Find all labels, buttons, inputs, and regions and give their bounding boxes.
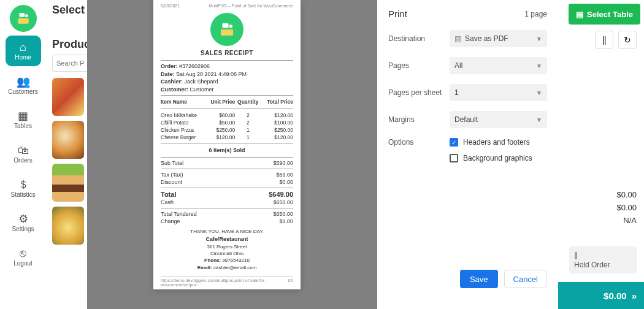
- col-qty: Quantity: [235, 97, 261, 106]
- select-table-label: Select Table: [587, 10, 633, 19]
- table-row: Oreo Milkshake$60.002$120.00: [161, 112, 293, 119]
- save-button[interactable]: Save: [460, 270, 498, 288]
- hold-order-button[interactable]: ‖ Hold Order: [569, 246, 637, 273]
- svg-rect-1: [19, 13, 25, 17]
- svg-rect-0: [18, 18, 28, 24]
- label-pages: Pages: [388, 61, 450, 70]
- pause-button[interactable]: ‖: [595, 31, 613, 49]
- pay-amount: $0.00: [604, 291, 627, 301]
- cart-panel: ▤ Select Table ‖ ↻ $0.00 $0.00 N/A ‖ Hol…: [558, 0, 644, 309]
- home-icon: ⌂: [20, 42, 26, 53]
- svg-rect-2: [25, 15, 28, 17]
- product-tile[interactable]: [52, 78, 84, 116]
- pages-select[interactable]: All ▼: [450, 57, 547, 74]
- table-icon: ▤: [576, 10, 583, 19]
- sidebar-item-label: Settings: [12, 226, 34, 232]
- sidebar-item-label: Logout: [13, 260, 33, 267]
- pages-per-sheet-select[interactable]: 1 ▼: [450, 84, 547, 101]
- receipt-logo: [210, 13, 243, 46]
- select-table-button[interactable]: ▤ Select Table: [569, 4, 640, 25]
- search-input[interactable]: [52, 55, 89, 72]
- settings-icon: ⚙: [18, 213, 28, 224]
- sidebar-item-home[interactable]: ⌂ Home: [6, 36, 41, 66]
- app-logo: [10, 5, 37, 32]
- print-title: Print: [388, 9, 407, 19]
- checkbox-checked-icon: ✓: [450, 138, 458, 147]
- sidebar: ⌂ Home 👥 Customers ▦ Tables 🛍 Orders ＄ S…: [0, 0, 46, 309]
- label-pages-per-sheet: Pages per sheet: [388, 88, 450, 97]
- chevron-down-icon: ▼: [536, 63, 542, 69]
- total-line: N/A: [616, 216, 637, 225]
- label-destination: Destination: [388, 34, 450, 43]
- sidebar-item-label: Statistics: [10, 191, 35, 198]
- sidebar-item-orders[interactable]: 🛍 Orders: [6, 139, 41, 169]
- items-sold: 6 Item(s) Sold: [161, 145, 293, 155]
- sidebar-item-label: Customers: [8, 88, 37, 95]
- svg-rect-3: [221, 29, 233, 36]
- label-margins: Margins: [388, 115, 450, 124]
- pause-icon: ‖: [602, 35, 607, 45]
- pause-icon: ‖: [574, 251, 632, 259]
- receipt-preview: 8/28/2021 MultiPOS – Point of Sale for W…: [153, 0, 301, 289]
- pos-register-icon: [15, 10, 31, 26]
- receipt-footer-page: 1/1: [287, 278, 293, 287]
- product-tile[interactable]: [52, 121, 84, 159]
- col-unit: Unit Price: [205, 97, 235, 106]
- receipt-title: SALES RECEIPT: [161, 50, 293, 56]
- checkbox-unchecked-icon: [450, 154, 458, 162]
- table-row: Chicken Pizza$250.001$250.00: [161, 126, 293, 134]
- receipt-items-table: Item Name Unit Price Quantity Total Pric…: [161, 97, 293, 141]
- product-tile[interactable]: [52, 207, 84, 245]
- headers-footers-checkbox[interactable]: ✓ Headers and footers: [450, 138, 547, 147]
- sidebar-item-customers[interactable]: 👥 Customers: [6, 70, 41, 101]
- svg-rect-5: [229, 25, 232, 28]
- sidebar-item-settings[interactable]: ⚙ Settings: [6, 207, 41, 238]
- total-line: $0.00: [616, 190, 637, 199]
- chevron-down-icon: ▼: [536, 90, 542, 96]
- hold-order-label: Hold Order: [574, 261, 632, 269]
- background-graphics-checkbox[interactable]: Background graphics: [450, 154, 547, 162]
- pdf-icon: ▤: [454, 34, 461, 43]
- chevrons-right-icon: »: [632, 291, 637, 301]
- orders-icon: 🛍: [18, 145, 29, 156]
- label-options: Options: [388, 138, 450, 147]
- pos-register-icon: [218, 20, 236, 39]
- destination-select[interactable]: ▤Save as PDF ▼: [450, 30, 547, 47]
- receipt-meta: Order: #372602906 Date: Sat Aug 28 2021 …: [161, 63, 293, 93]
- sidebar-item-logout[interactable]: ⎋ Logout: [6, 242, 41, 272]
- receipt-thanks: THANK YOU, HAVE A NICE DAY.: [161, 229, 293, 234]
- refresh-button[interactable]: ↻: [618, 31, 637, 49]
- col-name: Item Name: [161, 97, 205, 106]
- cart-totals: $0.00 $0.00 N/A: [616, 190, 637, 225]
- table-row: Cheese Burger$120.001$120.00: [161, 134, 293, 141]
- receipt-brand: MultiPOS – Point of Sale for WooCommerce: [209, 4, 293, 8]
- chevron-down-icon: ▼: [536, 36, 542, 42]
- print-page-count: 1 page: [524, 10, 547, 18]
- total-line: $0.00: [616, 203, 637, 212]
- logout-icon: ⎋: [20, 248, 26, 259]
- svg-rect-4: [223, 23, 229, 28]
- margins-select[interactable]: Default ▼: [450, 111, 547, 128]
- sidebar-item-label: Home: [15, 54, 31, 61]
- refresh-icon: ↻: [624, 35, 631, 45]
- receipt-footer-url: https://demo.devdiggers.com/multipos-poi…: [161, 278, 287, 287]
- col-total: Total Price: [261, 97, 293, 106]
- statistics-icon: ＄: [18, 179, 29, 190]
- sidebar-item-label: Orders: [13, 157, 33, 164]
- customers-icon: 👥: [17, 76, 30, 87]
- sidebar-item-tables[interactable]: ▦ Tables: [6, 104, 41, 135]
- chevron-down-icon: ▼: [536, 116, 542, 123]
- sidebar-item-statistics[interactable]: ＄ Statistics: [6, 173, 41, 204]
- tables-icon: ▦: [18, 110, 28, 121]
- product-tile[interactable]: [52, 164, 84, 202]
- receipt-date: 8/28/2021: [161, 4, 180, 8]
- print-dialog: Print 1 page Destination ▤Save as PDF ▼ …: [377, 0, 558, 309]
- sidebar-item-label: Tables: [14, 123, 32, 129]
- pay-button[interactable]: $0.00 »: [558, 282, 644, 309]
- receipt-store: Cafe/Restaurant 361 Rogers Street Cincin…: [161, 235, 293, 270]
- table-row: Chilli Potato$50.002$100.00: [161, 119, 293, 126]
- cancel-button[interactable]: Cancel: [504, 270, 547, 288]
